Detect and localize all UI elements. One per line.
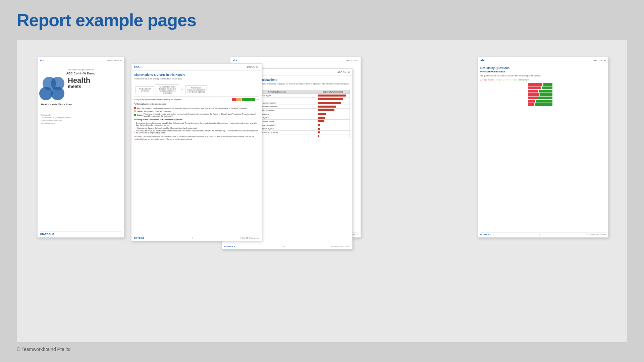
abbrev-box-2: The distribution of Non-favorable, Neutr… [156,84,179,95]
main-container: Report example pages abc───── Health mee… [0,0,644,362]
red-bullet [134,107,136,109]
table-row [480,83,606,86]
footer-copyright: © Teamworkbound Pte ltd [17,343,627,352]
cover-logo: abc───── [40,59,51,62]
abbrev-meaning-title: Meaning of the "compared to benchmark" s… [131,118,262,121]
abbrev-logo: abc──── [134,65,143,69]
abbrev-red-arrow-row: ↓ Red arrow: the results are less favora… [134,130,259,134]
cover-meets-text: meets [68,84,90,89]
table-row [480,86,606,89]
cover-gen-text: This report was generated for [38,65,124,72]
green-bullet [134,114,136,116]
cover-survey-label: Health meets Work Surv [38,100,124,107]
cover-footer: OD-TOOLS - 1 - [40,231,122,236]
physical-company: ABC Co Ltd [593,59,606,62]
cover-text-block: Health meets [68,77,90,89]
physical-rows [478,83,608,106]
cover-health-text: Health [68,77,90,84]
cover-hero-area: Health meets [38,75,124,100]
table-row [480,93,606,96]
results1-company: ABC Co Ltd [346,59,358,62]
abbrev-arrow1: → [181,88,183,91]
circle-bottom-left [39,87,53,100]
jobsat-col-bar: Degree of preference (%) [316,90,350,94]
abbrev-grey-dash-row: — Grey dashes: Same as the benchmark (th… [134,127,259,129]
abbrev-box-3: The favorable responses compared to a be… [185,85,207,94]
physical-header: abc──── ABC Co Ltd [478,57,608,64]
cover-nav: Health meets W [107,59,122,61]
abbrev-box-1: The Question or Dimension [136,86,154,93]
physical-subtitle: Physical Health Status [478,70,608,74]
abbrev-green-row: Green: Percentage of favorable responses… [134,113,259,117]
abbrev-benchmark-para: Benchmark can be any internal (e.g. anot… [131,134,262,141]
cover-card: abc───── Health meets W This report was … [37,57,124,238]
cover-header: abc───── Health meets W [38,57,124,64]
abbrev-red-row: Red: Percentage of non-favorable respons… [134,107,259,109]
abbrev-sample-row: 27 Day-to-day decisions demonstrate that… [134,98,259,101]
green-arrow-icon: ↑ [134,123,135,125]
cover-dist: Distributed by: OD-Tools.com UG (haftung… [38,107,124,126]
table-row [480,100,606,103]
pages-cluster: abc───── Health meets W This report was … [31,50,613,332]
yellow-bullet [134,110,136,112]
physical-question: The question was: do you suffer REGULARL… [478,74,608,78]
physical-legend: ■ Strongly Disagree ■ Disagree ■ Can't T… [478,78,608,81]
cover-circles [39,77,66,100]
abbrev-header: abc──── ABC Co Ltd [131,64,262,71]
physical-footer: OD-TOOLS - 10 - © 2019 OD-Tools.com Ltd [480,232,606,236]
jobsat-footer: OD-TOOLS - 10 - © 2019 OD-Tools.com Ltd [224,244,350,247]
abbrev-card: abc──── ABC Co Ltd Abbreviations & Chart… [131,63,262,241]
abbrev-company: ABC Co Ltd [247,66,259,68]
abbrev-intro: Please take a look at the following exam… [131,77,262,81]
abbrev-footer: OD-TOOLS - 9 - © 2019 OD-Tools.com Ltd [134,236,259,239]
table-row [480,90,606,93]
page-title: Report example pages [17,10,627,30]
physical-card: abc──── ABC Co Ltd Results by Questions … [478,57,608,238]
abbrev-green-arrow-row: ↑ Green arrow: the results are more favo… [134,122,259,126]
abbrev-yellow-row: Yellow: Percentage of "Can't tell" respo… [134,110,259,112]
circle-bottom-right [51,87,64,100]
abbrev-example-box: The Question or Dimension The distributi… [134,83,259,97]
physical-section-title: Results by Questions [478,65,608,70]
table-row [480,103,606,106]
abbrev-further: Further explanation to the colored areas… [131,102,262,107]
results1-logo: abc──── [233,59,242,62]
results1-header: abc──── ABC Co Ltd [230,57,361,64]
physical-logo: abc──── [480,59,489,62]
jobsat-company: ABC Co Ltd [337,71,350,73]
grey-dash-icon: — [134,127,136,129]
red-arrow-icon: ↓ [134,131,135,133]
report-pages-area: abc───── Health meets W This report was … [17,40,627,343]
abbrev-title: Abbreviations & Charts in this Report [131,72,262,77]
table-row [480,97,606,99]
cover-company-name: ABC Co HmW Demo [38,72,124,75]
